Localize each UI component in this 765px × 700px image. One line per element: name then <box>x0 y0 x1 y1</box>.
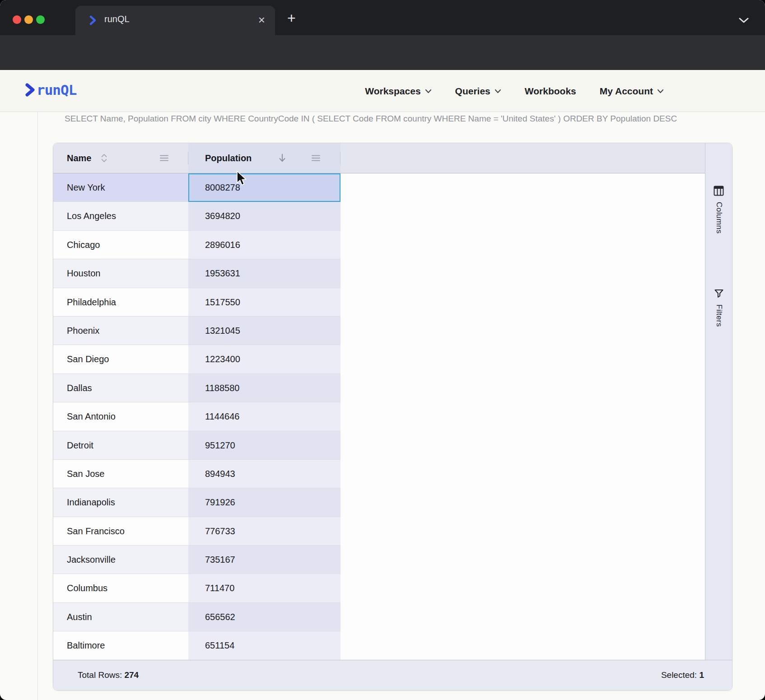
population-cell[interactable]: 1144646 <box>188 402 341 431</box>
column-header-population[interactable]: Population <box>188 143 341 173</box>
browser-toolbar: app.runql.com <box>0 35 765 70</box>
tab-title: runQL <box>104 14 130 24</box>
runql-logo-mark-icon <box>25 82 36 98</box>
city-cell[interactable]: Chicago <box>53 231 188 259</box>
table-row: San Jose894943 <box>53 460 732 488</box>
table-row: Dallas1188580 <box>53 374 732 402</box>
city-cell[interactable]: Jacksonville <box>53 546 188 574</box>
browser-window: runQL × + app.runql.com <box>0 0 765 700</box>
city-cell[interactable]: San Jose <box>53 460 188 488</box>
city-cell[interactable]: Indianapolis <box>53 488 188 517</box>
results-grid: Name Population New <box>53 143 732 691</box>
selected-value: 1 <box>699 670 704 680</box>
total-rows-value: 274 <box>124 670 139 680</box>
chevron-down-icon <box>657 89 664 93</box>
city-cell[interactable]: Los Angeles <box>53 202 188 230</box>
menu-workspaces[interactable]: Workspaces <box>365 86 431 97</box>
mouse-cursor <box>236 171 247 189</box>
city-cell[interactable]: San Antonio <box>53 402 188 431</box>
population-cell[interactable]: 791926 <box>188 488 341 517</box>
browser-tab[interactable]: runQL × <box>75 6 275 35</box>
columns-tab[interactable]: Columns <box>705 186 732 234</box>
population-cell[interactable]: 656562 <box>188 603 341 631</box>
menu-my-account[interactable]: My Account <box>600 86 664 97</box>
city-cell[interactable]: Philadelphia <box>53 288 188 317</box>
table-row: San Francisco776733 <box>53 517 732 546</box>
left-panel-divider <box>37 112 38 700</box>
city-cell[interactable]: Dallas <box>53 374 188 402</box>
column-header-name[interactable]: Name <box>53 143 188 173</box>
column-menu-icon[interactable] <box>159 154 169 162</box>
column-menu-icon[interactable] <box>311 154 321 162</box>
population-cell[interactable]: 651154 <box>188 631 341 660</box>
app-navbar: runQL Workspaces Queries Workbooks My Ac… <box>0 70 765 112</box>
filter-funnel-icon <box>714 289 724 299</box>
grid-body: New York8008278 Los Angeles3694820 Chica… <box>53 173 732 660</box>
city-cell[interactable]: Austin <box>53 603 188 631</box>
grid-header: Name Population <box>53 143 732 173</box>
table-row: Phoenix1321045 <box>53 317 732 345</box>
table-row: Philadelphia1517550 <box>53 288 732 317</box>
city-cell[interactable]: Phoenix <box>53 317 188 345</box>
close-window-button[interactable] <box>13 15 21 24</box>
table-row: Indianapolis791926 <box>53 488 732 517</box>
city-cell[interactable]: Detroit <box>53 431 188 460</box>
population-cell[interactable]: 894943 <box>188 460 341 488</box>
population-cell[interactable]: 2896016 <box>188 231 341 259</box>
population-cell[interactable]: 711470 <box>188 574 341 602</box>
city-cell[interactable]: San Diego <box>53 345 188 373</box>
table-row: San Diego1223400 <box>53 345 732 373</box>
city-cell[interactable]: Columbus <box>53 574 188 602</box>
filters-tab-label: Filters <box>714 304 723 327</box>
tab-strip: runQL × + <box>0 0 765 35</box>
selected-status: Selected: 1 <box>661 660 704 690</box>
population-cell[interactable]: 735167 <box>188 546 341 574</box>
logo-text: runQL <box>37 82 76 98</box>
tab-close-icon[interactable]: × <box>258 12 265 28</box>
column-resize-handle[interactable] <box>340 152 341 164</box>
columns-grid-icon <box>714 186 724 196</box>
columns-tab-label: Columns <box>714 202 723 234</box>
table-row: Columbus711470 <box>53 574 732 602</box>
city-cell[interactable]: San Francisco <box>53 517 188 546</box>
city-cell[interactable]: New York <box>53 173 188 202</box>
table-row: Chicago2896016 <box>53 231 732 259</box>
grid-tool-panel: Columns Filters <box>705 143 732 660</box>
runql-logo[interactable]: runQL <box>25 82 76 98</box>
population-cell[interactable]: 1517550 <box>188 288 341 317</box>
sort-desc-icon <box>278 153 287 163</box>
zoom-window-button[interactable] <box>36 15 45 24</box>
table-row: Baltimore651154 <box>53 631 732 660</box>
menu-queries[interactable]: Queries <box>455 86 501 97</box>
population-cell[interactable]: 1953631 <box>188 259 341 288</box>
population-cell[interactable]: 951270 <box>188 431 341 460</box>
table-row: Los Angeles3694820 <box>53 202 732 230</box>
app-menu: Workspaces Queries Workbooks My Account <box>365 70 664 112</box>
city-cell[interactable]: Baltimore <box>53 631 188 660</box>
grid-footer: Total Rows: 274 Selected: 1 <box>53 660 732 690</box>
city-cell[interactable]: Houston <box>53 259 188 288</box>
total-rows-status: Total Rows: 274 <box>78 660 139 690</box>
population-cell[interactable]: 776733 <box>188 517 341 546</box>
population-cell[interactable]: 3694820 <box>188 202 341 230</box>
table-row: New York8008278 <box>53 173 732 202</box>
table-row: San Antonio1144646 <box>53 402 732 431</box>
table-row: Detroit951270 <box>53 431 732 460</box>
query-text: SELECT Name, Population FROM city WHERE … <box>65 114 677 124</box>
population-cell[interactable]: 1188580 <box>188 374 341 402</box>
table-row: Austin656562 <box>53 603 732 631</box>
minimize-window-button[interactable] <box>24 15 33 24</box>
table-row: Jacksonville735167 <box>53 546 732 574</box>
chevron-down-icon <box>425 89 432 93</box>
population-cell-selected[interactable]: 8008278 <box>188 173 341 202</box>
chevron-down-icon <box>494 89 501 93</box>
runql-favicon-icon <box>89 15 97 28</box>
filters-tab[interactable]: Filters <box>705 289 732 327</box>
population-cell[interactable]: 1321045 <box>188 317 341 345</box>
menu-workbooks[interactable]: Workbooks <box>525 86 576 97</box>
tab-search-chevron-icon[interactable] <box>739 17 749 25</box>
population-cell[interactable]: 1223400 <box>188 345 341 373</box>
new-tab-button[interactable]: + <box>287 11 296 25</box>
sort-none-icon <box>100 154 108 163</box>
table-row: Houston1953631 <box>53 259 732 288</box>
